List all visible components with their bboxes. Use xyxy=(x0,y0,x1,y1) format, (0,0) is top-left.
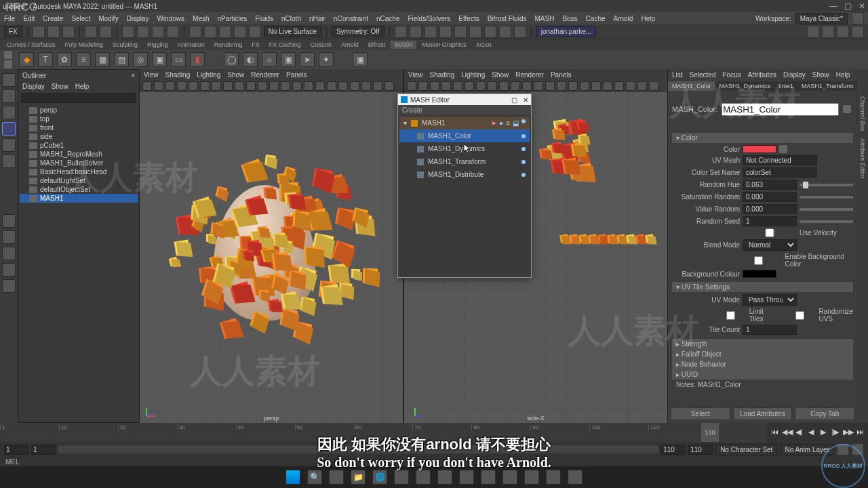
mash-type-icon[interactable]: T xyxy=(38,52,53,67)
outliner-item[interactable]: BasicHead:basicHead xyxy=(20,167,138,176)
taskbar-app5-icon[interactable] xyxy=(481,470,496,485)
step-forward-button[interactable]: ▶▶ xyxy=(843,428,852,437)
taskbar-app2-icon[interactable] xyxy=(416,470,431,485)
vp-menu-item[interactable]: Show xyxy=(492,71,509,79)
ipr-icon[interactable] xyxy=(410,26,422,38)
menu-select[interactable]: Select xyxy=(71,15,90,22)
mash-util1-icon[interactable]: ▣ xyxy=(152,52,167,67)
vp-tool-icon[interactable] xyxy=(580,81,589,91)
render-icon[interactable] xyxy=(395,26,407,38)
mash-ring-icon[interactable]: ◯ xyxy=(224,52,239,67)
time-slider[interactable]: 1102030405060708090100110110 110 ⏮ ◀◀ ◀|… xyxy=(0,423,868,442)
vp-menu-item[interactable]: Shading xyxy=(430,71,455,79)
minimize-button[interactable]: — xyxy=(829,1,837,11)
node-io-icon[interactable] xyxy=(843,105,851,113)
vp-tool-icon[interactable] xyxy=(304,81,313,91)
vp-tool-icon[interactable] xyxy=(545,81,555,91)
mash-svg-icon[interactable]: ✿ xyxy=(57,52,72,67)
menu-bifrostfluids[interactable]: Bifrost Fluids xyxy=(488,15,527,22)
attr-tab[interactable]: MASH1_Dynamics xyxy=(715,81,775,91)
mash-placer-icon[interactable]: ◎ xyxy=(133,52,148,67)
color-connect-icon[interactable] xyxy=(779,145,787,153)
node-name-input[interactable] xyxy=(722,103,839,116)
vp-tool-icon[interactable] xyxy=(499,81,509,91)
value-random-input[interactable] xyxy=(743,204,797,214)
layout-two-stack-icon[interactable] xyxy=(2,263,16,277)
section-collapsed[interactable]: ▸ Falloff Object xyxy=(672,349,853,359)
vp-tool-icon[interactable] xyxy=(200,81,210,91)
paint-select-tool-icon[interactable] xyxy=(2,106,16,119)
vp-tool-icon[interactable] xyxy=(142,81,152,91)
select-mask-icon[interactable] xyxy=(122,26,134,38)
current-frame-indicator[interactable]: 110 xyxy=(701,423,719,442)
scale-tool-icon[interactable] xyxy=(2,155,16,168)
playblast-icon[interactable] xyxy=(469,26,481,38)
select-tool-icon[interactable] xyxy=(2,73,16,87)
limit-tiles-checkbox[interactable] xyxy=(715,311,747,320)
menu-nparticles[interactable]: nParticles xyxy=(217,15,247,22)
enable-bg-checkbox[interactable] xyxy=(734,256,782,265)
undo-icon[interactable] xyxy=(85,26,97,38)
command-line[interactable]: MEL xyxy=(0,457,868,466)
random-seed-slider[interactable] xyxy=(800,220,853,223)
vp-tool-icon[interactable] xyxy=(522,81,532,91)
play-forward-button[interactable]: ▶ xyxy=(818,428,828,437)
uv-mesh-field[interactable] xyxy=(743,155,817,165)
vp-tool-icon[interactable] xyxy=(212,81,221,91)
mash-create-icon[interactable]: ◆ xyxy=(19,52,34,67)
vp-menu-item[interactable]: Panels xyxy=(286,71,307,79)
range-slider[interactable] xyxy=(58,445,658,453)
range-end-inner[interactable] xyxy=(661,445,686,455)
outliner-search-input[interactable] xyxy=(21,93,136,103)
color-set-input[interactable] xyxy=(743,167,817,178)
next-key-button[interactable]: |▶ xyxy=(831,428,840,437)
menu-modify[interactable]: Modify xyxy=(98,15,118,22)
vp-tool-icon[interactable] xyxy=(441,81,451,91)
mash-editor-window[interactable]: MASH Editor ▢ ✕ Create ▾ MASH1 ➤ ● ≡ ⬓ M… xyxy=(397,94,532,278)
vp-tool-icon[interactable] xyxy=(338,81,348,91)
anim-layer-dropdown[interactable]: No Anim Layer xyxy=(780,444,834,455)
viewport-persp[interactable]: ViewShadingLightingShowRendererPanels pe… xyxy=(140,69,403,423)
shelf-tab[interactable]: Motion Graphics xyxy=(418,41,471,49)
taskbar-app3-icon[interactable] xyxy=(437,470,452,485)
attr-tab[interactable]: MASH1_Color xyxy=(668,81,715,91)
shelf-tab[interactable]: Sculpting xyxy=(108,41,142,49)
select-mode-icon[interactable] xyxy=(137,26,149,38)
cached-playback-icon[interactable] xyxy=(499,26,511,38)
attribute-editor-toggle-icon[interactable] xyxy=(852,26,864,38)
outliner-item[interactable]: front xyxy=(20,123,138,132)
mash-editor-close[interactable]: ✕ xyxy=(523,96,528,104)
go-end-button[interactable]: ⏭ xyxy=(855,428,865,437)
uv-mode-select[interactable]: Pass Through xyxy=(743,294,797,306)
channel-box-tab[interactable]: Channel Box xyxy=(859,96,866,131)
vp-tool-icon[interactable] xyxy=(361,81,371,91)
section-uv-tile[interactable]: ▾ UV Tile Settings xyxy=(672,282,853,292)
vp-tool-icon[interactable] xyxy=(614,81,624,91)
shelf-tab[interactable]: Arnold xyxy=(337,41,363,49)
vp-tool-icon[interactable] xyxy=(373,81,382,91)
snap-live-icon[interactable] xyxy=(219,26,231,38)
menu-boss[interactable]: Boss xyxy=(562,15,577,22)
shelf-tab[interactable]: FX Caching xyxy=(265,41,305,49)
taskbar-app6-icon[interactable] xyxy=(524,470,539,485)
shelf-tab[interactable]: Animation xyxy=(174,41,209,49)
taskbar-maya-icon[interactable] xyxy=(502,470,517,485)
layout-two-side-icon[interactable] xyxy=(2,247,16,260)
character-set-dropdown[interactable]: No Character Set xyxy=(715,444,777,455)
outliner-close-icon[interactable]: × xyxy=(131,72,135,79)
vp-menu-item[interactable]: Shading xyxy=(165,71,191,79)
mash-grid-icon[interactable]: ▤ xyxy=(114,52,129,67)
layout-persp-outliner-icon[interactable] xyxy=(2,279,16,293)
vp-tool-icon[interactable] xyxy=(327,81,336,91)
menu-nhair[interactable]: nHair xyxy=(309,15,326,22)
vp-tool-icon[interactable] xyxy=(591,81,601,91)
attr-tab[interactable]: time1 xyxy=(774,81,797,91)
shelf-tab[interactable]: XGen xyxy=(472,41,496,49)
menu-mash[interactable]: MASH xyxy=(534,15,554,22)
new-scene-icon[interactable] xyxy=(33,26,45,38)
vp-tool-icon[interactable] xyxy=(350,81,359,91)
rotate-tool-icon[interactable] xyxy=(2,138,16,152)
redo-icon[interactable] xyxy=(100,26,112,38)
anim-prefs-icon[interactable] xyxy=(852,443,864,455)
vp-menu-item[interactable]: Renderer xyxy=(515,71,544,79)
